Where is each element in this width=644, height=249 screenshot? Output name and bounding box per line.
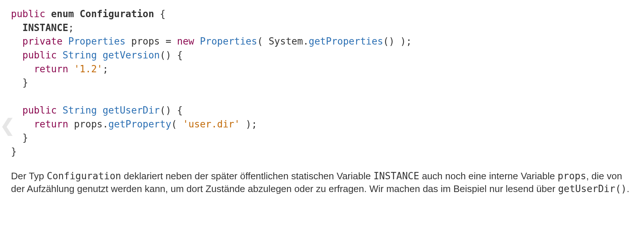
- kw-enum: enum: [51, 8, 74, 19]
- code-ref-getuserdir: getUserDir(): [558, 183, 627, 194]
- kw-public: public: [22, 50, 57, 61]
- string-literal: '1.2': [74, 64, 102, 74]
- text-run: Der Typ: [11, 171, 47, 181]
- brace: }: [22, 132, 28, 143]
- kw-return: return: [34, 64, 68, 74]
- post: );: [240, 119, 257, 130]
- text-run: .: [627, 183, 629, 194]
- class-name: Configuration: [80, 8, 154, 19]
- arg-post: () );: [383, 36, 412, 47]
- explanation-paragraph: Der Typ Configuration deklariert neben d…: [11, 170, 633, 195]
- text-run: deklariert neben der später öffentlichen…: [121, 171, 373, 181]
- kw-private: private: [22, 36, 63, 47]
- brace: }: [11, 146, 17, 157]
- rest: () {: [160, 105, 183, 116]
- type-properties: Properties: [68, 36, 126, 47]
- call-getproperties: getProperties: [309, 36, 383, 47]
- method-getuserdir: getUserDir: [102, 105, 160, 116]
- semi: ;: [68, 22, 74, 33]
- pre: props.: [68, 119, 109, 130]
- string-literal: 'user.dir': [183, 119, 240, 130]
- kw-return: return: [34, 119, 68, 130]
- code-ref-instance: INSTANCE: [373, 171, 419, 181]
- var-decl: props =: [125, 36, 177, 47]
- prev-chevron-icon[interactable]: ❮: [0, 115, 15, 135]
- sp: [97, 50, 103, 61]
- arg-pre: ( System.: [257, 36, 309, 47]
- brace: {: [154, 8, 165, 19]
- brace: }: [22, 77, 28, 88]
- method-getversion: getVersion: [102, 50, 160, 61]
- mid: (: [171, 119, 182, 130]
- sp: [68, 64, 74, 74]
- semi: ;: [102, 64, 108, 74]
- kw-public: public: [11, 8, 45, 19]
- code-block: public enum Configuration { INSTANCE; pr…: [11, 7, 633, 159]
- text-run: auch noch eine interne Variable: [419, 171, 557, 181]
- enum-constant: INSTANCE: [22, 22, 68, 33]
- kw-public: public: [22, 105, 57, 116]
- sp: [97, 105, 103, 116]
- call-getproperty: getProperty: [108, 119, 171, 130]
- rest: () {: [160, 50, 183, 61]
- ctor-properties: Properties: [200, 36, 257, 47]
- type-string: String: [63, 105, 97, 116]
- type-string: String: [63, 50, 97, 61]
- code-ref-configuration: Configuration: [47, 171, 121, 181]
- code-ref-props: props: [558, 171, 586, 181]
- kw-new: new: [177, 36, 194, 47]
